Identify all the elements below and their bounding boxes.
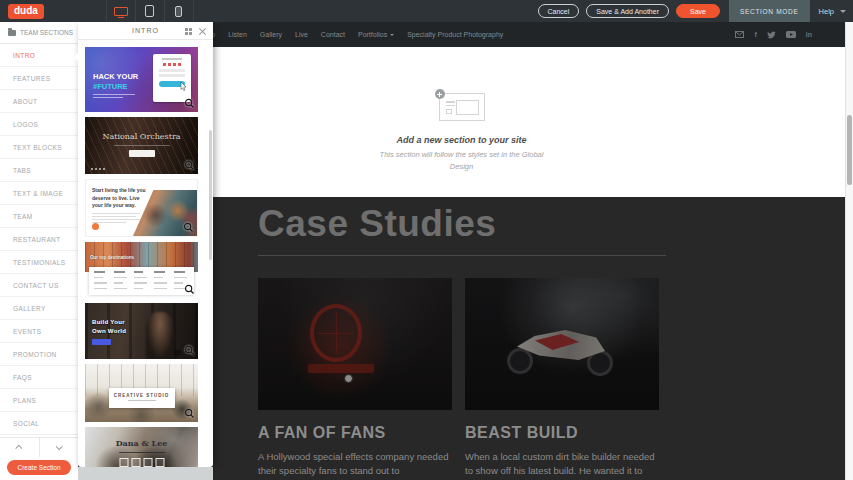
case-study-heading: A FAN OF FANS bbox=[258, 424, 452, 442]
device-switcher bbox=[106, 0, 194, 22]
site-nav-links: Bio Listen Gallery Live Contact Portfoli… bbox=[205, 22, 503, 47]
panel-title: INTRO bbox=[78, 27, 213, 34]
linkedin-icon[interactable]: in bbox=[806, 31, 812, 38]
sidebar-item-logos[interactable]: LOGOS bbox=[0, 113, 78, 136]
case-study-cards: A FAN OF FANS A Hollywood special effect… bbox=[258, 278, 845, 480]
nav-link-live[interactable]: Live bbox=[295, 31, 308, 38]
panel-scrollbar[interactable] bbox=[209, 130, 212, 260]
thumbnail-form-card bbox=[153, 54, 191, 102]
save-button[interactable]: Save bbox=[676, 4, 720, 18]
thumbnail-cta-button bbox=[92, 223, 99, 230]
grid-view-icon[interactable] bbox=[185, 28, 192, 35]
twitter-icon[interactable] bbox=[767, 31, 776, 39]
desktop-preview-button[interactable] bbox=[107, 0, 136, 22]
case-study-card: A FAN OF FANS A Hollywood special effect… bbox=[258, 278, 452, 480]
thumbnail-photo-figures bbox=[146, 312, 174, 359]
zoom-icon[interactable] bbox=[184, 345, 195, 356]
mobile-icon bbox=[175, 6, 182, 17]
sidebar-item-intro[interactable]: INTRO bbox=[0, 44, 78, 67]
sidebar-item-gallery[interactable]: GALLERY bbox=[0, 297, 78, 320]
section-thumbnail-creative-studio[interactable]: CREATIVE STUDIO bbox=[85, 364, 198, 422]
sidebar-item-features[interactable]: FEATURES bbox=[0, 67, 78, 90]
sidebar-item-restaurant[interactable]: RESTAURANT bbox=[0, 228, 78, 251]
sidebar-item-plans[interactable]: PLANS bbox=[0, 389, 78, 412]
panel-header: INTRO bbox=[78, 22, 213, 40]
case-study-card: BEAST BUILD When a local custom dirt bik… bbox=[465, 278, 659, 480]
nav-link-portfolios[interactable]: Portfolios bbox=[358, 31, 394, 38]
nav-link-listen[interactable]: Listen bbox=[228, 31, 247, 38]
duda-logo: duda bbox=[8, 4, 44, 19]
sidebar-item-promotion[interactable]: PROMOTION bbox=[0, 343, 78, 366]
sidebar-item-events[interactable]: EVENTS bbox=[0, 320, 78, 343]
scroll-up-button[interactable] bbox=[0, 438, 39, 457]
sidebar-item-social[interactable]: SOCIAL bbox=[0, 412, 78, 435]
sidebar-scroll-controls bbox=[0, 437, 78, 457]
sidebar-header-label: TEAM SECTIONS bbox=[20, 29, 73, 36]
case-study-text: A Hollywood special effects company need… bbox=[258, 450, 452, 480]
section-thumbnail-build-your-own-world[interactable]: Build Your Own World bbox=[85, 303, 198, 359]
sidebar-header: TEAM SECTIONS bbox=[0, 22, 78, 44]
section-thumbnail-dana-and-lee[interactable]: Dana & Lee bbox=[85, 427, 198, 467]
add-section-icon bbox=[439, 93, 485, 121]
sidebar-item-text-blocks[interactable]: TEXT BLOCKS bbox=[0, 136, 78, 159]
sidebar-item-faqs[interactable]: FAQS bbox=[0, 366, 78, 389]
mobile-preview-button[interactable] bbox=[165, 0, 194, 22]
tablet-preview-button[interactable] bbox=[136, 0, 165, 22]
case-study-image-fan bbox=[258, 278, 452, 410]
youtube-icon[interactable] bbox=[786, 31, 796, 38]
section-thumbnail-national-orchestra[interactable]: National Orchestra bbox=[85, 117, 198, 174]
sidebar-item-about[interactable]: ABOUT bbox=[0, 90, 78, 113]
sidebar-item-text-image[interactable]: TEXT & IMAGE bbox=[0, 182, 78, 205]
thumbnail-cta-button bbox=[159, 81, 185, 87]
thumbnail-cta-button bbox=[129, 150, 155, 157]
zoom-icon[interactable] bbox=[184, 98, 195, 109]
case-study-text: When a local custom dirt bike builder ne… bbox=[465, 450, 659, 480]
plus-badge-icon bbox=[435, 89, 445, 99]
zoom-icon[interactable] bbox=[184, 160, 195, 171]
nav-link-contact[interactable]: Contact bbox=[321, 31, 345, 38]
empty-state-subtitle: This section will follow the styles set … bbox=[377, 149, 547, 173]
save-add-another-button[interactable]: Save & Add Another bbox=[586, 4, 669, 18]
title-divider bbox=[258, 255, 666, 256]
section-title: Case Studies bbox=[258, 197, 845, 245]
sidebar-item-tabs[interactable]: TABS bbox=[0, 159, 78, 182]
zoom-icon[interactable] bbox=[183, 222, 194, 233]
facebook-icon[interactable]: f bbox=[754, 31, 756, 38]
thumbnail-title: Build Your Own World bbox=[92, 318, 126, 335]
editor-topbar: duda Cancel Save & Add Another Save SECT… bbox=[0, 0, 853, 22]
sidebar-item-contact-us[interactable]: CONTACT US bbox=[0, 274, 78, 297]
case-study-image-bike bbox=[465, 278, 659, 410]
folder-icon bbox=[8, 30, 16, 36]
cancel-button[interactable]: Cancel bbox=[538, 4, 580, 18]
page-scrollbar[interactable] bbox=[845, 22, 853, 480]
slider-dots bbox=[91, 168, 105, 170]
thumbnail-title: National Orchestra bbox=[85, 132, 198, 141]
zoom-icon[interactable] bbox=[184, 408, 195, 419]
scroll-down-button[interactable] bbox=[39, 438, 79, 457]
section-thumbnail-destinations[interactable]: Our top destinations bbox=[85, 242, 198, 298]
topbar-actions: Cancel Save & Add Another Save SECTION M… bbox=[538, 0, 853, 22]
nav-link-specialty[interactable]: Specialty Product Photography bbox=[407, 31, 503, 38]
panel-thumbnail-list: HACK YOUR #FUTURE National Orchestra bbox=[78, 40, 213, 467]
section-mode-badge: SECTION MODE bbox=[729, 0, 810, 22]
case-study-heading: BEAST BUILD bbox=[465, 424, 659, 442]
sidebar-item-testimonials[interactable]: TESTIMONIALS bbox=[0, 251, 78, 274]
thumbnail-title: Dana & Lee bbox=[85, 438, 198, 448]
close-icon[interactable] bbox=[199, 27, 206, 34]
help-menu[interactable]: Help bbox=[819, 7, 834, 16]
tablet-icon bbox=[145, 5, 154, 17]
scrollbar-thumb[interactable] bbox=[847, 115, 852, 185]
countdown-boxes bbox=[119, 458, 164, 467]
zoom-icon[interactable] bbox=[184, 284, 195, 295]
thumbnail-subtext-line bbox=[114, 145, 170, 146]
editor-window: duda Cancel Save & Add Another Save SECT… bbox=[0, 0, 853, 480]
section-thumbnail-lifestyle[interactable]: Start living the life you deserve to liv… bbox=[85, 179, 198, 237]
chevron-down-icon[interactable] bbox=[840, 10, 846, 13]
thumbnail-title: Our top destinations bbox=[90, 255, 134, 260]
sidebar-item-team[interactable]: TEAM bbox=[0, 205, 78, 228]
email-icon[interactable] bbox=[735, 31, 744, 38]
nav-link-gallery[interactable]: Gallery bbox=[260, 31, 282, 38]
create-section-button[interactable]: Create Section bbox=[7, 460, 71, 475]
section-thumbnail-hack-your-future[interactable]: HACK YOUR #FUTURE bbox=[85, 47, 198, 112]
thumbnail-title: Start living the life you deserve to liv… bbox=[92, 187, 146, 210]
